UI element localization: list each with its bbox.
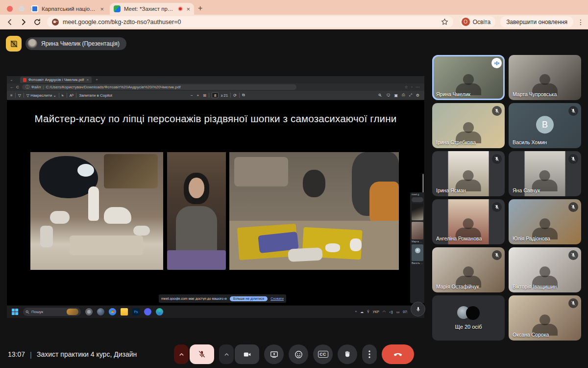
participant-tile[interactable]: Марія Остафійчук bbox=[432, 247, 505, 292]
settings-gear-icon[interactable]: ⚙︎ bbox=[416, 93, 419, 98]
participant-tile[interactable]: Оксана Сорока bbox=[509, 295, 581, 341]
start-button[interactable] bbox=[12, 309, 18, 315]
profile-chip[interactable]: О Освіта bbox=[460, 16, 495, 27]
edge-icon[interactable] bbox=[156, 308, 163, 315]
minimize-window-button[interactable] bbox=[19, 6, 24, 12]
wifi-icon[interactable]: ◠ bbox=[383, 310, 386, 314]
page-total-label: з 21 bbox=[220, 93, 228, 98]
browser-tab-university[interactable]: Карпатський національний × bbox=[27, 3, 108, 15]
zoom-in-icon[interactable]: + bbox=[197, 93, 199, 98]
participant-tile[interactable]: Вікторія Іващишин bbox=[509, 247, 581, 292]
mic-muted-icon bbox=[492, 106, 502, 116]
presenter-banner[interactable]: Ярина Чмелик (Презентація) bbox=[25, 37, 126, 50]
settings-app-icon[interactable] bbox=[85, 308, 93, 315]
app-icon[interactable] bbox=[97, 308, 104, 315]
taskbar-search[interactable]: Пошук bbox=[23, 308, 81, 316]
edge-tab-bar: ⌄ Фотозвіт Андрусів і Чмелик.pdf × + bbox=[7, 76, 424, 83]
discord-icon[interactable] bbox=[144, 308, 151, 315]
address-bar[interactable]: meet.google.com/bkg-zdto-nso?authuser=0 bbox=[47, 16, 453, 27]
save-icon[interactable]: ▣ bbox=[394, 93, 398, 98]
participant-tile[interactable]: Юлія Радіонова bbox=[509, 199, 581, 244]
search-icon[interactable]: 🔍︎ bbox=[378, 93, 382, 98]
participant-tile[interactable]: Марта Чупровська bbox=[509, 55, 581, 100]
slide-photo-workshop bbox=[229, 152, 399, 270]
participant-tile[interactable]: Ярина Чмелик bbox=[432, 55, 505, 100]
participant-tile[interactable]: Ірина Ясман bbox=[432, 151, 505, 196]
camera-toggle-button[interactable] bbox=[235, 344, 259, 364]
pdf-menu-icon[interactable]: ≡ bbox=[10, 93, 13, 98]
battery-icon[interactable]: ▭ bbox=[396, 310, 400, 314]
meet-favicon bbox=[114, 5, 121, 12]
back-icon[interactable] bbox=[6, 18, 14, 26]
volume-icon[interactable]: ◁) bbox=[389, 310, 393, 314]
page-view-icon[interactable]: ⧉ bbox=[242, 93, 245, 98]
edge-extensions-icons: ☆ ◦ ⋯ bbox=[405, 85, 420, 89]
cloud-icon[interactable]: ☁ bbox=[360, 310, 364, 314]
fullscreen-icon[interactable]: ⤢ bbox=[409, 93, 412, 98]
tab-title: Meet: *Захист практики bbox=[124, 6, 175, 12]
page-number-input[interactable]: 8 bbox=[212, 92, 219, 98]
tab-close-icon[interactable]: × bbox=[100, 5, 104, 13]
new-tab-icon[interactable]: + bbox=[96, 78, 98, 82]
finish-update-button[interactable]: Завершити оновлення bbox=[500, 16, 573, 27]
bookmark-star-icon[interactable] bbox=[441, 18, 448, 26]
recording-indicator-icon bbox=[178, 6, 183, 11]
copilot-button[interactable]: Запитати в Copilot bbox=[79, 93, 112, 98]
read-aloud-icon[interactable]: Aᵇ bbox=[70, 93, 74, 98]
tab-search-icon: ⌄ bbox=[10, 78, 13, 82]
edge-address-bar[interactable]: ⓘ Файл | C:/Users/Користувач/Downloads/Ф… bbox=[22, 84, 296, 90]
edge-pdf-tab[interactable]: Фотозвіт Андрусів і Чмелик.pdf × bbox=[20, 77, 92, 83]
rotate-icon[interactable]: ⟳ bbox=[233, 93, 237, 98]
captions-button[interactable]: CC bbox=[313, 344, 333, 364]
tab-close-icon[interactable]: × bbox=[87, 78, 89, 82]
comment-icon[interactable]: 🗨︎ bbox=[386, 93, 390, 98]
reactions-button[interactable] bbox=[289, 344, 308, 364]
participant-tile[interactable]: Ще 20 осіб bbox=[432, 295, 505, 341]
participant-name: Вікторія Іващишин bbox=[513, 284, 557, 289]
chrome-icon[interactable] bbox=[109, 308, 116, 315]
close-window-button[interactable] bbox=[7, 6, 13, 12]
cc-icon: CC bbox=[318, 351, 328, 358]
notice-text: meet.google.com має доступ до вашого екр… bbox=[161, 297, 227, 300]
camera-options-chevron[interactable] bbox=[219, 344, 234, 364]
browser-menu-icon[interactable]: ⋮ bbox=[577, 18, 584, 26]
hide-notice-link[interactable]: Сховати bbox=[270, 297, 284, 300]
raise-hand-button[interactable] bbox=[338, 344, 357, 364]
tray-mic-icon[interactable]: Ŷ bbox=[367, 310, 369, 314]
participant-tile[interactable]: Ангеліна Романова bbox=[432, 199, 505, 244]
effects-off-button[interactable] bbox=[6, 36, 22, 52]
shared-screen[interactable]: ⌄ Фотозвіт Андрусів і Чмелик.pdf × + ← C… bbox=[7, 76, 424, 318]
participant-tile[interactable]: В Василь Хомин bbox=[509, 103, 581, 148]
pdf-right-tools: 🔍︎ 🗨︎ ▣ ⎙ ⤢ ⚙︎ bbox=[376, 93, 421, 98]
language-indicator[interactable]: УКР bbox=[373, 310, 379, 314]
mic-control bbox=[174, 344, 214, 364]
present-screen-button[interactable] bbox=[264, 344, 284, 364]
more-options-button[interactable] bbox=[362, 344, 377, 364]
erase-icon[interactable]: ⟀ bbox=[62, 93, 64, 98]
participant-name: Василь Хомин bbox=[513, 139, 547, 145]
mic-off-icon bbox=[570, 252, 576, 258]
print-icon[interactable]: ⎙ bbox=[402, 93, 405, 98]
tab-close-icon[interactable]: × bbox=[186, 5, 190, 13]
forward-icon[interactable] bbox=[20, 18, 27, 26]
tray-expand-icon[interactable]: ^ bbox=[355, 310, 357, 314]
participant-tile[interactable]: Яна Савчук bbox=[509, 151, 581, 196]
photoshop-icon[interactable]: Ps bbox=[132, 308, 140, 315]
mic-off-icon bbox=[570, 156, 576, 162]
reload-icon[interactable] bbox=[33, 18, 41, 26]
highlighter-icon[interactable]: ▽ bbox=[18, 93, 21, 98]
file-explorer-icon[interactable] bbox=[121, 308, 128, 315]
mic-options-chevron[interactable] bbox=[174, 344, 189, 364]
browser-tab-meet[interactable]: Meet: *Захист практики × bbox=[110, 3, 194, 15]
participant-tile[interactable]: Ірина Стребкова bbox=[432, 103, 505, 148]
floating-mic-indicator[interactable] bbox=[411, 302, 425, 316]
fit-page-icon[interactable]: ⊞ bbox=[203, 93, 206, 98]
draw-tool-button[interactable]: ▽ Накреслити ⌄ bbox=[26, 93, 56, 98]
leave-call-button[interactable] bbox=[382, 344, 414, 364]
stop-sharing-button[interactable]: Більше не ділитися bbox=[230, 296, 268, 301]
new-tab-button[interactable]: + bbox=[198, 4, 202, 13]
zoom-out-icon[interactable]: − bbox=[191, 93, 193, 98]
edge-tab-title: Фотозвіт Андрусів і Чмелик.pdf bbox=[28, 78, 84, 82]
mic-off-icon bbox=[197, 350, 206, 359]
mic-mute-button[interactable] bbox=[190, 344, 214, 364]
